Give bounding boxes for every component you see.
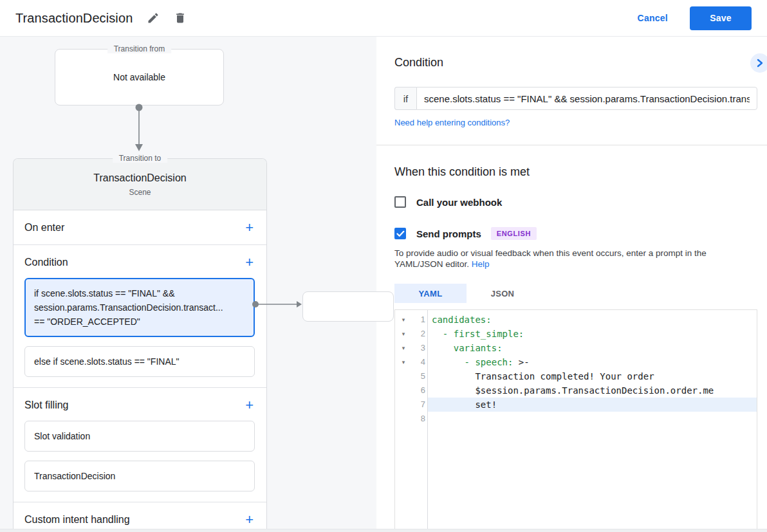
checkmark-icon <box>396 230 405 237</box>
scene-section-on-enter: On enter+ <box>14 210 266 245</box>
scene-section-custom-intent-handling: Custom intent handling+ <box>14 502 266 532</box>
help-link[interactable]: Help <box>472 259 490 269</box>
top-bar: TransactionDecision Cancel Save <box>0 0 767 37</box>
code-text: set! <box>428 398 757 412</box>
code-text: Transaction completed! Your order <box>428 369 757 383</box>
scene-card-header: TransactionDecision Scene <box>14 159 266 210</box>
send-prompts-label: Send prompts <box>416 228 481 239</box>
scene-type: Scene <box>129 188 151 197</box>
transition-from-value: Not available <box>113 72 165 82</box>
flow-canvas: Transition from Not available Transition… <box>0 37 376 532</box>
prompts-description-text: To provide audio or visual feedback when… <box>394 248 707 269</box>
line-number: 8 <box>412 412 425 426</box>
yaml-code-editor[interactable]: ▾1candidates:▾2 - first_simple:▾3 varian… <box>394 309 757 532</box>
line-number: 5 <box>412 369 425 383</box>
line-number: 2 <box>412 327 425 341</box>
card-item[interactable]: Slot validation <box>24 421 255 452</box>
edit-icon[interactable] <box>147 12 160 24</box>
code-line[interactable]: ▾2 - first_simple: <box>395 327 757 341</box>
page-title: TransactionDecision <box>15 11 133 26</box>
add-icon[interactable]: + <box>245 221 255 234</box>
editor-lines: ▾1candidates:▾2 - first_simple:▾3 varian… <box>395 313 757 426</box>
add-icon[interactable]: + <box>245 513 255 526</box>
tab-yaml[interactable]: YAML <box>394 284 467 303</box>
card-item[interactable]: else if scene.slots.status == "FINAL" <box>24 346 255 377</box>
editor-gutter: ▾4 <box>395 355 428 369</box>
line-number: 7 <box>412 398 425 412</box>
webhook-label: Call your webhook <box>416 197 502 208</box>
editor-gutter: ▾1 <box>395 313 428 327</box>
chevron-right-icon <box>756 59 764 68</box>
scene-section-slot-filling: Slot filling+Slot validationTransactionD… <box>14 388 266 502</box>
scene-sections: On enter+Condition+if scene.slots.status… <box>14 210 266 532</box>
delete-icon[interactable] <box>174 12 187 24</box>
prompts-description: To provide audio or visual feedback when… <box>394 248 756 270</box>
condition-connector-arrow <box>252 298 310 311</box>
send-prompts-row: Send prompts ENGLISH <box>394 227 757 240</box>
scene-card: Transition to TransactionDecision Scene … <box>13 158 267 532</box>
editor-tabs: YAML JSON <box>394 284 757 303</box>
tab-json[interactable]: JSON <box>467 284 539 303</box>
section-label: Condition <box>24 257 68 268</box>
condition-expression-input[interactable] <box>416 87 757 110</box>
code-line[interactable]: ▾1candidates: <box>395 313 757 327</box>
panel-divider <box>376 145 767 145</box>
editor-gutter: 7 <box>395 398 428 412</box>
code-text: candidates: <box>428 313 757 327</box>
horizontal-scrollbar[interactable] <box>0 529 767 532</box>
send-prompts-checkbox[interactable] <box>394 228 406 239</box>
code-text: $session.params.TransactionDecision.orde… <box>428 383 757 398</box>
app-window: TransactionDecision Cancel Save Transiti… <box>0 0 767 532</box>
section-label: Slot filling <box>24 399 68 411</box>
add-icon[interactable]: + <box>245 399 255 412</box>
code-line[interactable]: ▾4 - speech: >- <box>395 355 757 369</box>
editor-gutter: 5 <box>395 369 428 383</box>
code-line[interactable]: 6 $session.params.TransactionDecision.or… <box>395 383 757 398</box>
save-button[interactable]: Save <box>690 6 752 30</box>
section-label: On enter <box>24 222 64 234</box>
card-item[interactable]: TransactionDecision <box>24 461 255 491</box>
transition-target-node[interactable] <box>302 291 394 322</box>
code-text: - first_simple: <box>428 327 757 341</box>
code-line[interactable]: 8 <box>395 412 757 426</box>
webhook-checkbox[interactable] <box>394 196 406 208</box>
fold-arrow-icon[interactable]: ▾ <box>395 341 412 355</box>
section-label: Custom intent handling <box>24 514 130 526</box>
transition-from-label: Transition from <box>107 44 172 53</box>
line-number: 3 <box>412 341 425 355</box>
fold-arrow-icon[interactable]: ▾ <box>395 327 412 341</box>
line-number: 6 <box>412 383 425 398</box>
when-met-title: When this condition is met <box>394 165 757 179</box>
code-line[interactable]: ▾3 variants: <box>395 341 757 355</box>
card-item[interactable]: if scene.slots.status == "FINAL" &&sessi… <box>24 278 255 337</box>
editor-gutter: ▾2 <box>395 327 428 341</box>
add-icon[interactable]: + <box>245 256 255 269</box>
scene-name: TransactionDecision <box>93 172 186 184</box>
line-number: 1 <box>412 313 425 327</box>
code-text: - speech: >- <box>428 355 757 369</box>
condition-panel: Condition if Need help entering conditio… <box>376 37 767 532</box>
transition-to-label: Transition to <box>113 154 168 163</box>
scene-section-condition: Condition+if scene.slots.status == "FINA… <box>14 245 266 388</box>
fold-arrow-icon[interactable]: ▾ <box>395 355 412 369</box>
condition-help-link[interactable]: Need help entering conditions? <box>394 118 510 127</box>
editor-gutter: ▾3 <box>395 341 428 355</box>
line-number: 4 <box>412 355 425 369</box>
condition-panel-title: Condition <box>394 56 757 69</box>
collapse-panel-button[interactable] <box>750 53 767 73</box>
code-line[interactable]: 7 set! <box>395 398 757 412</box>
if-prefix-label: if <box>394 87 416 110</box>
cancel-button[interactable]: Cancel <box>638 13 668 23</box>
down-arrow <box>131 102 147 155</box>
editor-gutter: 6 <box>395 383 428 398</box>
transition-from-box: Transition from Not available <box>55 49 224 105</box>
code-line[interactable]: 5 Transaction completed! Your order <box>395 369 757 383</box>
code-text <box>428 412 757 426</box>
webhook-row: Call your webhook <box>394 196 757 208</box>
language-badge: ENGLISH <box>491 227 537 240</box>
fold-arrow-icon[interactable]: ▾ <box>395 313 412 327</box>
code-text: variants: <box>428 341 757 355</box>
editor-gutter: 8 <box>395 412 428 426</box>
